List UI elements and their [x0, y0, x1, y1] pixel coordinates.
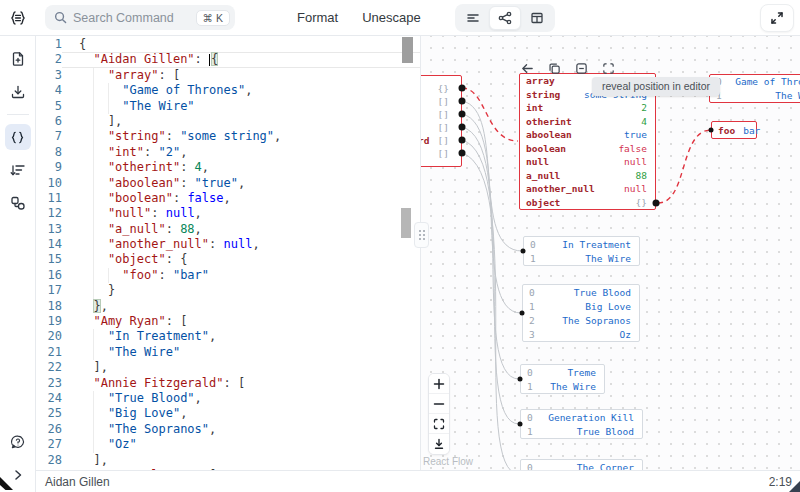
editor-line[interactable]: 21"The Wire"	[36, 345, 420, 360]
editor-line[interactable]: 19"Amy Ryan": [	[36, 314, 420, 329]
editor-line[interactable]: 7"string": "some string",	[36, 129, 420, 144]
zoom-out-button[interactable]	[429, 394, 449, 414]
line-content: "foo": "bar"	[62, 268, 420, 283]
line-content: "another_null": null,	[62, 237, 420, 252]
editor-line[interactable]: 24"True Blood",	[36, 391, 420, 406]
search-icon	[54, 11, 67, 24]
graph-node-anwan[interactable]: 0Treme1The Wire	[520, 364, 605, 394]
node-port	[459, 137, 466, 144]
collapse-node-button[interactable]	[574, 61, 588, 75]
editor-line[interactable]: 22],	[36, 360, 420, 375]
editor-line[interactable]: 11"boolean": false,	[36, 191, 420, 206]
json-braces-tool-button[interactable]	[5, 124, 31, 150]
editor-line[interactable]: 1{	[36, 37, 420, 52]
node-port	[653, 200, 660, 207]
line-content: "In Treatment",	[62, 329, 420, 344]
format-button[interactable]: Format	[297, 10, 338, 25]
window-resize-grip[interactable]	[789, 481, 800, 492]
top-header: ⌘ K Format Unescape	[0, 0, 800, 36]
node-port	[520, 311, 525, 316]
line-content: "string": "some string",	[62, 129, 420, 144]
app-logo-button[interactable]	[7, 7, 29, 29]
editor-line[interactable]: 6],	[36, 114, 420, 129]
focus-icon	[602, 62, 615, 75]
editor-line[interactable]: 3"array": [	[36, 68, 420, 83]
graph-view-button[interactable]	[489, 6, 521, 30]
line-number: 13	[36, 222, 62, 237]
focus-node-button[interactable]	[601, 61, 615, 75]
line-content: "aboolean": "true",	[62, 176, 420, 191]
line-content: },	[62, 299, 420, 314]
line-content: "The Wire"	[62, 345, 420, 360]
graph-node-amy[interactable]: 0In Treatment1The Wire	[523, 236, 640, 266]
copy-node-button[interactable]	[547, 61, 561, 75]
node-port	[459, 124, 466, 131]
unescape-button[interactable]: Unescape	[362, 10, 421, 25]
editor-line[interactable]: 26"The Sopranos",	[36, 422, 420, 437]
editor-line[interactable]: 17}	[36, 283, 420, 298]
react-flow-attribution[interactable]: React Flow	[423, 456, 473, 467]
reveal-tooltip: reveal position in editor	[592, 77, 720, 96]
new-document-button[interactable]	[5, 46, 31, 72]
table-view-button[interactable]	[521, 6, 553, 30]
editor-line[interactable]: 23"Annie Fitzgerald": [	[36, 376, 420, 391]
line-content: "Oz"	[62, 437, 420, 452]
view-mode-toggle	[455, 4, 555, 32]
editor-line[interactable]: 8"int": "2",	[36, 145, 420, 160]
editor-line[interactable]: 13"a_null": 88,	[36, 222, 420, 237]
graph-node-foo[interactable]: foobar	[711, 121, 757, 139]
node-port	[518, 377, 523, 382]
download-image-button[interactable]	[429, 434, 449, 454]
editor-line[interactable]: 9"otherint": 4,	[36, 160, 420, 175]
graph-node-alexander[interactable]: 0Generation Kill1True Blood	[520, 409, 643, 439]
node-row: 0Generation Kill	[521, 410, 642, 424]
text-cursor	[209, 54, 210, 66]
json-code-editor[interactable]: 1{2"Aidan Gillen": {3"array": [4"Game of…	[36, 36, 421, 470]
line-content: "a_null": 88,	[62, 222, 420, 237]
editor-line[interactable]: 16"foo": "bar"	[36, 268, 420, 283]
line-content: ],	[62, 360, 420, 375]
editor-line[interactable]: 20"In Treatment",	[36, 329, 420, 344]
download-button[interactable]	[5, 79, 31, 105]
line-number: 23	[36, 376, 62, 391]
line-number: 27	[36, 437, 62, 452]
editor-line[interactable]: 2"Aidan Gillen": {	[36, 52, 420, 67]
editor-line[interactable]: 14"another_null": null,	[36, 237, 420, 252]
transform-icon	[10, 195, 26, 211]
editor-scrollbar-thumb[interactable]	[402, 37, 413, 63]
text-view-button[interactable]	[457, 6, 489, 30]
editor-line[interactable]: 27"Oz"	[36, 437, 420, 452]
panel-resize-handle[interactable]	[414, 222, 429, 248]
back-button[interactable]	[520, 61, 534, 75]
zoom-in-icon	[433, 378, 445, 390]
editor-line[interactable]: 10"aboolean": "true",	[36, 176, 420, 191]
line-number: 17	[36, 283, 62, 298]
type-transform-button[interactable]	[5, 190, 31, 216]
editor-line[interactable]: 18},	[36, 299, 420, 314]
editor-line[interactable]: 28],	[36, 453, 420, 468]
editor-line[interactable]: 5"The Wire"	[36, 99, 420, 114]
node-row: foobar	[712, 122, 756, 138]
editor-line[interactable]: 15"object": {	[36, 252, 420, 267]
editor-line[interactable]: 4"Game of Thrones",	[36, 83, 420, 98]
graph-node-alice[interactable]: 0The Corner1Oz	[520, 459, 643, 470]
graph-node-array_got[interactable]: 0Game of Thrones1The Wire	[709, 74, 800, 103]
sort-transform-button[interactable]	[5, 157, 31, 183]
node-toolbar	[520, 61, 615, 75]
editor-line[interactable]: 25"Big Love",	[36, 406, 420, 421]
help-button[interactable]	[5, 429, 31, 455]
node-row: 0In Treatment	[524, 237, 639, 251]
search-input[interactable]	[67, 11, 196, 25]
fullscreen-button[interactable]	[760, 4, 794, 32]
editor-line[interactable]: 12"null": null,	[36, 206, 420, 221]
search-command-bar[interactable]: ⌘ K	[45, 5, 235, 30]
drag-dots-icon	[419, 230, 425, 240]
graph-canvas[interactable]: {}[][][]rd[][]array[]stringsome stringin…	[421, 36, 800, 470]
node-port	[459, 111, 466, 118]
node-row: rd[]	[421, 134, 461, 147]
editor-line[interactable]: 29"Anwan Glover": [	[36, 468, 420, 470]
fit-view-button[interactable]	[429, 414, 449, 434]
zoom-in-button[interactable]	[429, 374, 449, 394]
graph-node-annie[interactable]: 0True Blood1Big Love2The Sopranos3Oz	[522, 284, 640, 342]
graph-node-root[interactable]: {}[][][]rd[][]	[421, 75, 462, 167]
